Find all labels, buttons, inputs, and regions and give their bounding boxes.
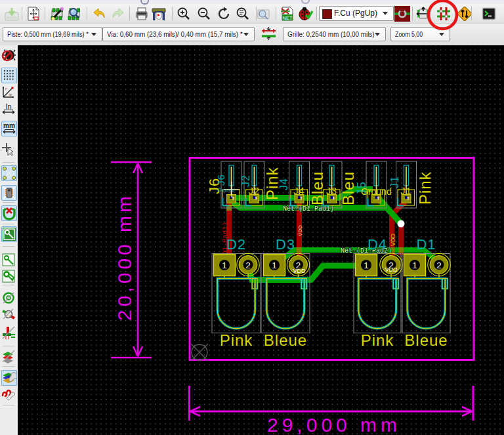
svg-text:Bleu: Bleu	[308, 171, 326, 205]
svg-text:2: 2	[245, 260, 251, 270]
svg-text:20,000 mm: 20,000 mm	[114, 193, 135, 321]
svg-text:VDD: VDD	[297, 225, 303, 236]
svg-text:Ground: Ground	[361, 186, 392, 197]
svg-text:J4: J4	[278, 178, 289, 190]
svg-text:1: 1	[364, 260, 369, 270]
svg-text:1: 1	[222, 260, 227, 270]
svg-text:Net-(D1-Pad1): Net-(D1-Pad1)	[283, 205, 334, 213]
svg-text:Bleue: Bleue	[264, 331, 307, 349]
svg-text:D4: D4	[368, 236, 387, 253]
svg-text:mm: mm	[3, 122, 15, 129]
svg-text:1: 1	[272, 260, 277, 270]
svg-text:J4: J4	[293, 186, 304, 196]
svg-text:Pink: Pink	[220, 331, 253, 349]
svg-text:29,000 mm: 29,000 mm	[267, 414, 401, 435]
svg-text:VDD: VDD	[390, 233, 396, 246]
svg-text:Bleue: Bleue	[404, 331, 448, 349]
svg-text:1: 1	[412, 260, 417, 270]
svg-text:J1: J1	[400, 186, 411, 196]
svg-text:2: 2	[436, 260, 442, 270]
svg-text:VDD: VDD	[385, 266, 398, 273]
svg-text:φ: φ	[9, 92, 12, 97]
svg-text:Pink: Pink	[361, 331, 394, 349]
svg-text:D1: D1	[416, 236, 436, 253]
svg-text:In: In	[5, 102, 11, 110]
svg-text:J3: J3	[326, 186, 337, 196]
svg-text:J2: J2	[240, 175, 251, 187]
svg-text:J6: J6	[215, 174, 226, 186]
svg-text:D2: D2	[226, 236, 246, 253]
svg-text:Pink: Pink	[416, 171, 434, 205]
svg-text:D3: D3	[276, 236, 295, 253]
svg-text:VDD: VDD	[293, 268, 306, 274]
svg-text:r: r	[5, 86, 7, 91]
